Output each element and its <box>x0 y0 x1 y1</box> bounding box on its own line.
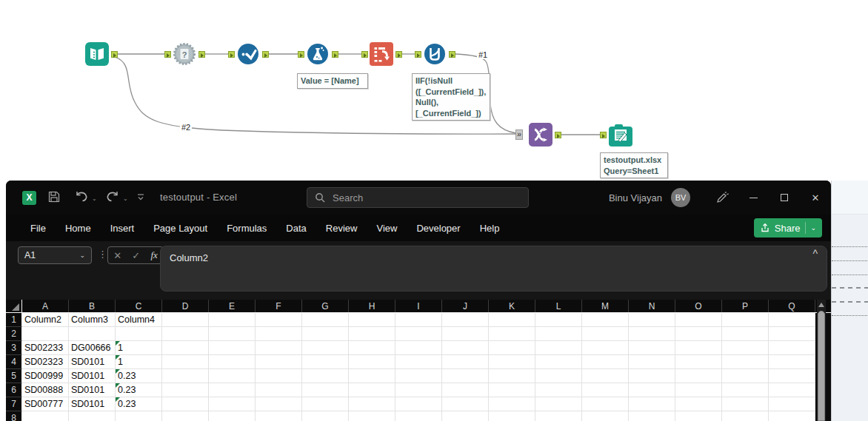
cell-G5[interactable] <box>302 369 349 383</box>
cell-O8[interactable] <box>675 411 722 421</box>
transpose-output-anchor[interactable] <box>395 51 402 58</box>
cell-E1[interactable] <box>209 313 256 327</box>
cell-M8[interactable] <box>582 411 629 421</box>
cell-D3[interactable] <box>162 341 209 355</box>
cell-G8[interactable] <box>302 411 349 421</box>
cell-L1[interactable] <box>535 313 582 327</box>
redo-dropdown-icon[interactable]: ⌄ <box>123 195 128 202</box>
search-input[interactable] <box>333 192 503 203</box>
union-output-anchor[interactable] <box>555 132 561 138</box>
cell-F6[interactable] <box>256 383 302 397</box>
cell-P5[interactable] <box>722 369 769 383</box>
share-dropdown-icon[interactable]: ⌄ <box>810 224 816 232</box>
cell-C6[interactable]: 0.23 <box>116 383 162 397</box>
cell-O3[interactable] <box>675 341 722 355</box>
ribbon-tab-home[interactable]: Home <box>56 223 101 234</box>
row-header-7[interactable]: 7 <box>6 397 22 411</box>
cell-A5[interactable]: SD00999 <box>22 369 69 383</box>
cell-B8[interactable] <box>69 411 116 421</box>
cell-E2[interactable] <box>209 327 256 341</box>
cell-O5[interactable] <box>675 369 722 383</box>
excel-logo-icon[interactable]: X <box>22 191 36 205</box>
cell-M4[interactable] <box>582 355 629 369</box>
maximize-button[interactable] <box>769 181 800 215</box>
row-header-1[interactable]: 1 <box>6 313 22 327</box>
cell-I7[interactable] <box>395 397 442 411</box>
cell-B2[interactable] <box>69 327 116 341</box>
column-header-N[interactable]: N <box>629 300 675 312</box>
cell-I5[interactable] <box>395 369 442 383</box>
cell-E3[interactable] <box>209 341 256 355</box>
cell-K2[interactable] <box>489 327 535 341</box>
formula-output-anchor[interactable] <box>332 51 338 58</box>
cell-N8[interactable] <box>629 411 675 421</box>
ribbon-tab-help[interactable]: Help <box>470 223 510 234</box>
undo-icon[interactable] <box>74 190 89 203</box>
vertical-scrollbar[interactable] <box>817 300 826 421</box>
cell-Q8[interactable] <box>769 411 815 421</box>
cell-A7[interactable]: SD00777 <box>22 397 69 411</box>
redo-icon[interactable] <box>105 190 120 203</box>
cell-P3[interactable] <box>722 341 769 355</box>
cell-F4[interactable] <box>256 355 302 369</box>
cell-N7[interactable] <box>629 397 675 411</box>
cell-E4[interactable] <box>209 355 256 369</box>
cell-K1[interactable] <box>489 313 535 327</box>
dynamic-rename-input-anchor[interactable] <box>164 51 171 58</box>
row-header-3[interactable]: 3 <box>6 341 22 355</box>
cell-J3[interactable] <box>442 341 489 355</box>
cell-I8[interactable] <box>395 411 442 421</box>
cell-F5[interactable] <box>256 369 302 383</box>
cell-M7[interactable] <box>582 397 629 411</box>
cell-A8[interactable] <box>22 411 69 421</box>
cell-Q3[interactable] <box>769 341 815 355</box>
undo-dropdown-icon[interactable]: ⌄ <box>92 195 97 202</box>
cell-D2[interactable] <box>162 327 209 341</box>
cell-J1[interactable] <box>442 313 489 327</box>
cell-L3[interactable] <box>535 341 582 355</box>
cancel-entry-icon[interactable]: ✕ <box>113 250 121 261</box>
cell-M2[interactable] <box>582 327 629 341</box>
cell-N4[interactable] <box>629 355 675 369</box>
cell-J4[interactable] <box>442 355 489 369</box>
multi-field-formula-annotation[interactable]: IIF(!isNull ([_CurrentField_]), Null(), … <box>412 73 490 121</box>
cell-O2[interactable] <box>675 327 722 341</box>
cell-P7[interactable] <box>722 397 769 411</box>
cell-J6[interactable] <box>442 383 489 397</box>
cell-Q2[interactable] <box>769 327 815 341</box>
search-box[interactable] <box>307 187 529 208</box>
cell-P2[interactable] <box>722 327 769 341</box>
insert-function-icon[interactable]: fx <box>150 249 157 261</box>
cell-O4[interactable] <box>675 355 722 369</box>
column-header-K[interactable]: K <box>489 300 535 312</box>
cell-J5[interactable] <box>442 369 489 383</box>
collapse-formula-bar-icon[interactable]: ^ <box>812 248 818 260</box>
input-data-tool[interactable] <box>85 42 109 66</box>
cell-I4[interactable] <box>395 355 442 369</box>
column-header-M[interactable]: M <box>582 300 629 312</box>
cell-I3[interactable] <box>395 341 442 355</box>
cell-E8[interactable] <box>209 411 256 421</box>
row-header-5[interactable]: 5 <box>6 369 22 383</box>
cell-G4[interactable] <box>302 355 349 369</box>
cell-F1[interactable] <box>256 313 302 327</box>
cell-N2[interactable] <box>629 327 675 341</box>
cell-E5[interactable] <box>209 369 256 383</box>
cell-I2[interactable] <box>395 327 442 341</box>
cell-C4[interactable]: 1 <box>116 355 162 369</box>
cell-K3[interactable] <box>489 341 535 355</box>
column-header-B[interactable]: B <box>69 300 116 312</box>
cell-C3[interactable]: 1 <box>116 341 162 355</box>
formula-tool[interactable] <box>306 42 330 66</box>
cell-L2[interactable] <box>535 327 582 341</box>
row-header-6[interactable]: 6 <box>6 383 22 397</box>
ribbon-tab-file[interactable]: File <box>21 223 56 234</box>
close-button[interactable]: ✕ <box>800 181 831 215</box>
cell-P6[interactable] <box>722 383 769 397</box>
cell-E6[interactable] <box>209 383 256 397</box>
cell-E7[interactable] <box>209 397 256 411</box>
name-box[interactable]: A1 ⌄ <box>18 246 92 264</box>
column-header-J[interactable]: J <box>442 300 489 312</box>
cell-A4[interactable]: SD02323 <box>22 355 69 369</box>
confirm-entry-icon[interactable]: ✓ <box>132 250 140 261</box>
